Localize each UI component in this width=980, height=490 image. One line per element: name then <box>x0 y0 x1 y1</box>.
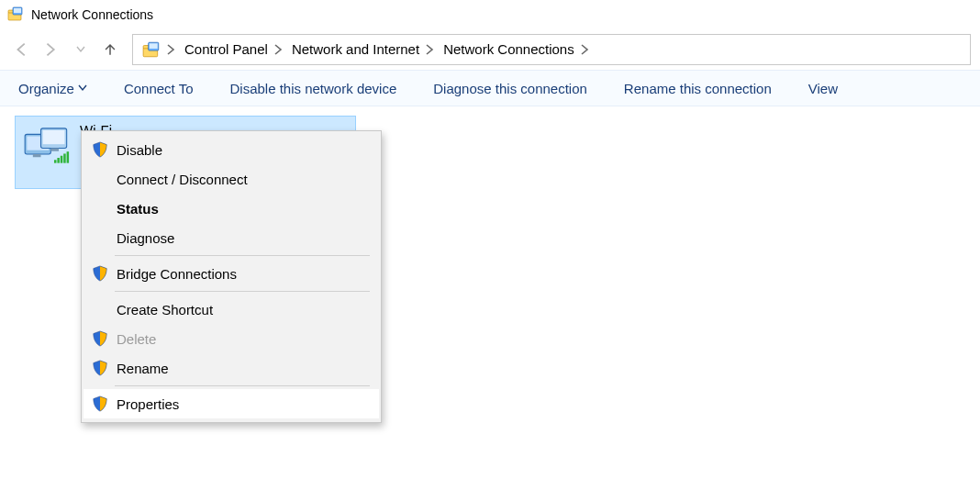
organize-menu[interactable]: Organize <box>18 81 87 96</box>
network-folder-icon <box>7 6 24 23</box>
menu-label: Create Shortcut <box>117 302 213 317</box>
shield-icon <box>91 359 109 377</box>
window-title: Network Connections <box>31 7 153 22</box>
breadcrumb-network-connections[interactable]: Network Connections <box>440 35 595 64</box>
caret-down-icon <box>78 84 87 93</box>
menu-create-shortcut[interactable]: Create Shortcut <box>84 295 379 324</box>
chevron-right-icon[interactable] <box>423 43 436 56</box>
menu-bridge-connections[interactable]: Bridge Connections <box>84 259 379 288</box>
chevron-right-icon[interactable] <box>578 43 591 56</box>
menu-status[interactable]: Status <box>84 194 379 223</box>
recent-locations-dropdown[interactable] <box>68 37 94 62</box>
cmd-label: Disable this network device <box>229 81 396 96</box>
menu-properties[interactable]: Properties <box>84 389 379 418</box>
menu-separator <box>115 385 370 386</box>
menu-label: Disable <box>117 142 162 158</box>
shield-icon <box>91 140 109 159</box>
menu-separator <box>115 291 370 292</box>
breadcrumb-label: Network and Internet <box>292 41 419 57</box>
disable-device-button[interactable]: Disable this network device <box>229 81 396 96</box>
back-button[interactable] <box>9 37 35 62</box>
cmd-label: Organize <box>18 81 74 96</box>
address-bar[interactable]: Control Panel Network and Internet Netwo… <box>132 34 971 65</box>
cmd-label: Rename this connection <box>624 81 772 96</box>
navigation-row: Control Panel Network and Internet Netwo… <box>0 29 980 70</box>
breadcrumb-label: Network Connections <box>443 41 574 57</box>
command-bar: Organize Connect To Disable this network… <box>0 70 980 106</box>
menu-label: Bridge Connections <box>117 266 237 282</box>
rename-connection-button[interactable]: Rename this connection <box>624 81 772 96</box>
connect-to-button[interactable]: Connect To <box>124 81 194 96</box>
chevron-right-icon[interactable] <box>272 43 284 56</box>
menu-label: Status <box>117 201 159 217</box>
menu-rename[interactable]: Rename <box>84 353 379 383</box>
menu-label: Properties <box>117 396 179 412</box>
content-area: Wi-Fi Disable Connect / Disconnect Statu… <box>0 106 980 198</box>
menu-disable[interactable]: Disable <box>84 135 379 164</box>
signal-bars-icon <box>54 151 70 164</box>
titlebar: Network Connections <box>0 0 980 29</box>
network-adapter-icon <box>23 122 71 162</box>
cmd-label: View <box>808 81 838 96</box>
breadcrumb-network-internet[interactable]: Network and Internet <box>288 35 440 64</box>
menu-connect-disconnect[interactable]: Connect / Disconnect <box>84 164 379 194</box>
cmd-label: Connect To <box>124 81 194 96</box>
shield-icon <box>91 395 109 413</box>
diagnose-connection-button[interactable]: Diagnose this connection <box>433 81 587 96</box>
menu-diagnose[interactable]: Diagnose <box>84 223 379 252</box>
shield-icon <box>91 264 109 283</box>
menu-label: Delete <box>117 331 156 347</box>
breadcrumb-label: Control Panel <box>184 41 268 57</box>
shield-icon <box>91 329 109 348</box>
view-menu[interactable]: View <box>808 81 838 96</box>
forward-button[interactable] <box>39 37 64 62</box>
context-menu: Disable Connect / Disconnect Status Diag… <box>81 130 382 423</box>
menu-label: Rename <box>117 361 169 376</box>
menu-delete: Delete <box>84 324 379 353</box>
breadcrumb-root-icon[interactable] <box>139 35 181 64</box>
menu-label: Diagnose <box>117 230 174 246</box>
menu-separator <box>115 255 370 256</box>
chevron-right-icon[interactable] <box>164 43 177 56</box>
breadcrumb-control-panel[interactable]: Control Panel <box>181 35 288 64</box>
cmd-label: Diagnose this connection <box>433 81 587 96</box>
menu-label: Connect / Disconnect <box>117 172 248 187</box>
up-button[interactable] <box>97 37 123 62</box>
